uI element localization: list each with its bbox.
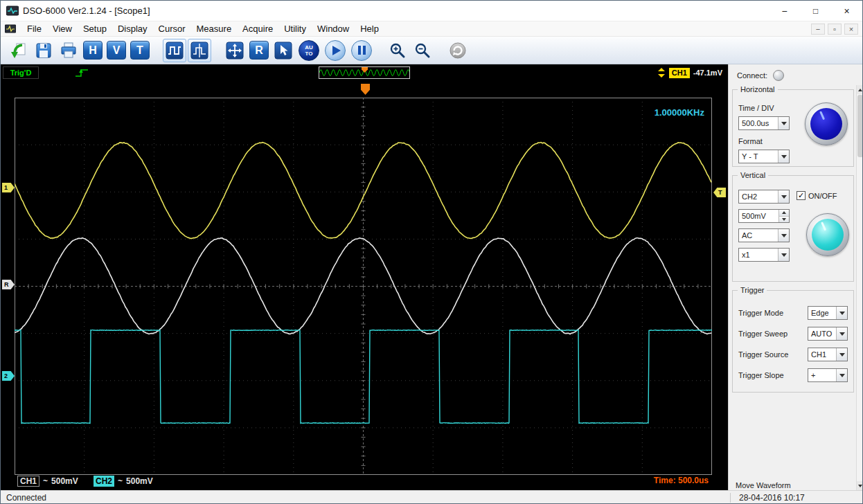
- autoset-label-top: AU: [305, 44, 313, 51]
- toolbar: H V T R: [1, 37, 862, 64]
- run-button[interactable]: [325, 40, 346, 61]
- horizontal-panel-button[interactable]: H: [83, 41, 103, 60]
- volts-div-spinner[interactable]: 500mV: [738, 209, 790, 223]
- coupling-value: AC: [739, 229, 778, 242]
- minimize-button[interactable]: −: [769, 1, 800, 21]
- menu-cursor[interactable]: Cursor: [153, 21, 191, 37]
- spin-down-icon[interactable]: [779, 216, 789, 223]
- chevron-down-icon[interactable]: [778, 190, 789, 203]
- refresh-button[interactable]: [446, 39, 470, 62]
- trigger-position-marker[interactable]: [361, 84, 370, 95]
- graticule-and-waveforms: [15, 98, 712, 475]
- channel-select[interactable]: CH2: [738, 190, 790, 204]
- knob-pointer: [819, 111, 825, 120]
- minimize-icon: −: [781, 6, 787, 17]
- close-button[interactable]: ×: [831, 1, 862, 21]
- onoff-checkbox[interactable]: ✓: [797, 191, 806, 200]
- pause-button[interactable]: [351, 40, 372, 61]
- time-div-label: Time / DIV: [738, 104, 774, 112]
- trigger-mode-select[interactable]: Edge: [808, 306, 848, 320]
- save-button[interactable]: [32, 39, 55, 62]
- menu-file[interactable]: File: [21, 21, 47, 37]
- mdi-close-button[interactable]: ×: [844, 24, 858, 35]
- vertical-knob[interactable]: [806, 213, 849, 256]
- time-div-select[interactable]: 500.0us: [738, 116, 790, 130]
- menu-window[interactable]: Window: [312, 21, 355, 37]
- mdi-minimize-button[interactable]: −: [811, 24, 825, 35]
- zoom-out-button[interactable]: [411, 39, 434, 62]
- channel-value: CH2: [739, 190, 778, 203]
- ref-position-marker[interactable]: R: [2, 280, 15, 289]
- trigger-source-select[interactable]: CH1: [808, 348, 848, 361]
- menu-setup[interactable]: Setup: [78, 21, 112, 37]
- trigger-channel-badge: CH1: [669, 68, 690, 78]
- print-button[interactable]: [57, 39, 80, 62]
- chevron-down-icon[interactable]: [836, 369, 847, 381]
- open-file-button[interactable]: [7, 39, 30, 62]
- zoom-in-icon: [389, 42, 407, 60]
- app-window: DSO-6000 Ver2.1.24 - [Scope1] − □ × File…: [0, 0, 863, 504]
- chevron-down-icon[interactable]: [778, 150, 789, 163]
- zoom-in-button[interactable]: [386, 39, 409, 62]
- maximize-button[interactable]: □: [800, 1, 831, 21]
- chevron-down-icon[interactable]: [778, 249, 789, 261]
- chevron-down-icon[interactable]: [778, 117, 789, 129]
- coupling-select[interactable]: AC: [738, 228, 790, 242]
- trigger-sweep-value: AUTO: [808, 327, 836, 340]
- chevron-down-icon[interactable]: [778, 229, 789, 242]
- horizontal-group-title: Horizontal: [738, 85, 778, 93]
- refresh-icon: [448, 41, 468, 60]
- scroll-up-button[interactable]: [857, 85, 863, 94]
- scope-display: 1.00000KHz 1 R 2 T CH1 ~ 500mV CH2 ~ 500…: [1, 81, 728, 490]
- trigger-group-title: Trigger: [738, 286, 767, 294]
- ref-wave-button[interactable]: R: [249, 41, 269, 60]
- trigger-source-value: CH1: [808, 348, 836, 361]
- autoset-button[interactable]: AU TO: [299, 40, 319, 61]
- chevron-down-icon[interactable]: [836, 307, 847, 319]
- panel-scrollbar[interactable]: [856, 85, 863, 490]
- chevron-down-icon[interactable]: [836, 327, 847, 340]
- pause-icon: [358, 46, 366, 55]
- scroll-thumb[interactable]: [857, 95, 863, 157]
- menu-display[interactable]: Display: [112, 21, 153, 37]
- ch1-position-marker[interactable]: 1: [2, 183, 15, 192]
- menu-utility[interactable]: Utility: [278, 21, 312, 37]
- menu-view[interactable]: View: [47, 21, 78, 37]
- menu-help[interactable]: Help: [355, 21, 384, 37]
- format-label: Format: [738, 137, 763, 145]
- menu-measure[interactable]: Measure: [191, 21, 238, 37]
- ch2-position-marker[interactable]: 2: [2, 371, 15, 381]
- onoff-label: ON/OFF: [808, 192, 837, 200]
- trigger-slope-label: Trigger Slope: [738, 371, 784, 379]
- waveform-cursor-button[interactable]: [188, 39, 211, 62]
- autoset-label-bottom: TO: [305, 51, 313, 57]
- horizontal-knob[interactable]: [805, 102, 848, 145]
- trigger-panel-button[interactable]: T: [130, 41, 150, 60]
- menu-acquire[interactable]: Acquire: [237, 21, 278, 37]
- trigger-level-marker[interactable]: T: [713, 188, 726, 197]
- move-waveform-label: Move Waveform: [736, 481, 791, 489]
- scroll-down-button[interactable]: [857, 481, 863, 490]
- probe-select[interactable]: x1: [738, 248, 790, 262]
- waveform-mode-button[interactable]: [163, 39, 186, 62]
- horizontal-group: Horizontal Time / DIV 500.0us Format Y -…: [732, 89, 854, 167]
- chevron-down-icon[interactable]: [836, 348, 847, 361]
- format-select[interactable]: Y - T: [738, 150, 790, 163]
- waveform-preview[interactable]: [319, 66, 410, 79]
- ch1-coupling-icon: ~: [43, 476, 48, 486]
- knob-pointer: [821, 222, 826, 231]
- trigger-sweep-select[interactable]: AUTO: [808, 327, 848, 341]
- cursor-measure-button[interactable]: [272, 39, 295, 62]
- spin-up-icon[interactable]: [779, 210, 789, 216]
- trigger-slope-select[interactable]: +: [808, 368, 848, 382]
- connect-led[interactable]: [773, 70, 784, 81]
- format-value: Y - T: [739, 150, 778, 163]
- autoscale-button[interactable]: [223, 39, 247, 62]
- trigger-status-strip: Trig'D CH1 -47.1mV: [1, 64, 728, 81]
- vertical-panel-button[interactable]: V: [107, 41, 126, 60]
- trigger-source-label: Trigger Source: [738, 350, 788, 359]
- title-bar[interactable]: DSO-6000 Ver2.1.24 - [Scope1] − □ ×: [1, 1, 862, 21]
- mdi-restore-button[interactable]: ▫: [828, 24, 842, 35]
- vertical-group: Vertical CH2 ✓ ON/OFF 500mV AC: [732, 175, 854, 282]
- square-wave-icon: [166, 42, 184, 60]
